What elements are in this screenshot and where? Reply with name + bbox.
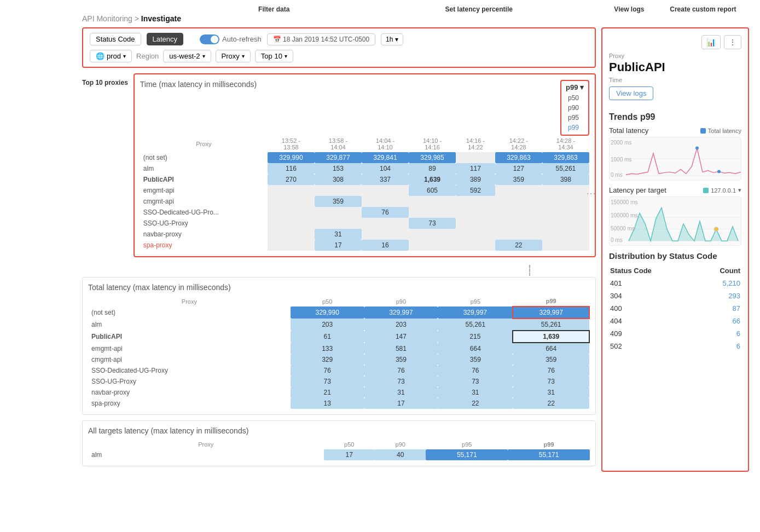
table-row: cmgmt-api 359 [140, 196, 589, 207]
col-1352: 13:52 -13:58 [268, 136, 315, 152]
table-row: SSO-UG-Proxy 73 [140, 218, 589, 229]
total-latency-legend: Total latency [708, 128, 741, 134]
proxy-col-header2: Proxy [88, 296, 291, 307]
top10-dropdown[interactable]: Top 10 [255, 50, 293, 62]
svg-point-8 [714, 227, 718, 232]
p95-option[interactable]: p95 [566, 113, 584, 123]
dist-row-304: 304 293 [610, 290, 740, 302]
total-latency-chart: 2000 ms 1000 ms 0 ms [609, 137, 741, 181]
chart2-label-mid1: 100000 ms [611, 212, 637, 218]
table-row: emgmt-api 605 592 [140, 185, 589, 196]
table-row: spa-proxy 13 17 22 22 [88, 398, 589, 409]
set-latency-annotation: Set latency percentile [445, 5, 513, 13]
auto-refresh-label: Auto-refresh [222, 35, 262, 43]
dist-count-header: Count [698, 265, 740, 276]
latency-per-target-label: Latency per target [609, 186, 666, 194]
table-row: alm 17 40 55,171 55,171 [88, 449, 590, 460]
date-picker[interactable]: 📅 18 Jan 2019 14:52 UTC-0500 [267, 33, 375, 45]
table-row: spa-proxy 17 16 22 [140, 240, 589, 251]
table-row: PublicAPI 270 308 337 1,639 389 359 398 [140, 174, 589, 185]
at-p99-header: p99 [508, 440, 590, 449]
latency-per-target-legend-dot [703, 188, 709, 193]
view-logs-button[interactable]: View logs [609, 86, 653, 100]
total-latency-legend-dot [700, 128, 706, 134]
scroll-right-icon: ⋯ [586, 187, 596, 199]
table-row: SSO-Dedicated-UG-Proxy 76 76 76 76 [88, 365, 589, 376]
right-panel: View metric details View in Recent View … [601, 27, 749, 472]
p95-header: p95 [438, 296, 513, 307]
proxy-col-header: Proxy [140, 136, 268, 152]
time-table-title: Time (max latency in milliseconds) [140, 80, 257, 89]
proxy-name: PublicAPI [609, 60, 741, 74]
col-1410: 14:10 -14:16 [409, 136, 456, 152]
prod-dropdown[interactable]: 🌐 prod [90, 50, 132, 62]
status-code-tab[interactable]: Status Code [90, 33, 141, 45]
table-row: PublicAPI 61 147 215 1,639 [88, 331, 589, 343]
p99-header: p99 [513, 296, 589, 307]
view-logs-annotation: View logs [614, 5, 644, 13]
total-latency-table: Proxy p50 p90 p95 p99 (not set) 329,990 … [88, 296, 590, 409]
dist-row-401: 401 5,210 [610, 277, 740, 289]
p99-option[interactable]: p99 [566, 123, 584, 132]
at-p90-header: p90 [375, 440, 426, 449]
table-row: alm 203 203 55,261 55,261 [88, 319, 589, 331]
p90-option[interactable]: p90 [566, 103, 584, 113]
table-row: SSO-UG-Proxy 73 73 73 73 [88, 376, 589, 387]
trends-title: Trends p99 [609, 112, 741, 122]
col-1428: 14:28 -14:34 [542, 136, 589, 152]
dist-row-502: 502 6 [610, 340, 740, 352]
proxy-label: Proxy [609, 53, 741, 59]
table-row: SSO-Dedicated-UG-Pro... 76 [140, 207, 589, 218]
percentile-dropdown[interactable]: p99 ▾ p50 p90 p95 p99 [560, 80, 589, 136]
breadcrumb: API Monitoring > Investigate [11, 14, 749, 23]
table-row: (not set) 329,990 329,877 329,841 329,98… [140, 152, 589, 163]
all-targets-title: All targets latency (max latency in mill… [88, 426, 590, 435]
region-label: Region [136, 52, 159, 60]
total-latency-title: Total latency (max latency in millisecon… [88, 283, 590, 292]
filter-data-annotation: Filter data [258, 5, 289, 13]
table-row: navbar-proxy 21 31 31 31 [88, 387, 589, 398]
proxy-col-header3: Proxy [88, 440, 324, 449]
latency-tab[interactable]: Latency [147, 33, 184, 45]
at-p95-header: p95 [426, 440, 508, 449]
time-table: Proxy 13:52 -13:58 13:58 -14:04 14:04 -1… [140, 136, 589, 251]
table-row: alm 116 153 104 89 117 127 55,261 [140, 163, 589, 174]
time-label: Time [609, 77, 741, 83]
dist-table: Status Code Count 401 5,210 304 293 [609, 264, 741, 353]
time-window-select[interactable]: 1h ▾ [381, 33, 403, 45]
all-targets-table: Proxy p50 p90 p95 p99 alm 17 40 55,171 [88, 440, 590, 460]
col-1416: 14:16 -14:22 [456, 136, 495, 152]
dist-code-header: Status Code [610, 265, 697, 276]
col-1404: 14:04 -14:10 [362, 136, 409, 152]
toolbar: Status Code Latency Auto-refresh 📅 18 Ja… [82, 27, 596, 68]
chart-icon-button[interactable]: 📊 [701, 35, 721, 49]
top10-proxies-label: Top 10 proxies [82, 79, 128, 86]
region-dropdown[interactable]: us-west-2 [163, 50, 211, 62]
table-row: cmgmt-api 329 359 359 359 [88, 354, 589, 365]
dist-row-400: 400 87 [610, 303, 740, 314]
total-latency-label: Total latency [609, 126, 648, 135]
all-targets-section: All targets latency (max latency in mill… [82, 420, 596, 466]
svg-marker-7 [629, 208, 738, 241]
chart2-label-bot: 0 ms [611, 237, 623, 243]
p50-option[interactable]: p50 [566, 93, 584, 103]
create-report-annotation: Create custom report [670, 5, 736, 13]
col-1422: 14:22 -14:28 [495, 136, 542, 152]
dist-title: Distribution by Status Code [609, 251, 741, 261]
chart1-label-top: 2000 ms [611, 140, 631, 146]
latency-per-target-legend: 127.0.0.1 [711, 187, 736, 194]
latency-per-target-chart: 150000 ms 100000 ms 50000 ms 0 ms [609, 196, 741, 246]
p50-header: p50 [291, 296, 364, 307]
table-row: (not set) 329,990 329,997 329,997 329,99… [88, 307, 589, 319]
svg-point-2 [695, 147, 699, 150]
more-options-button[interactable]: ⋮ [724, 35, 741, 49]
dist-row-409: 409 6 [610, 328, 740, 339]
total-latency-section: Total latency (max latency in millisecon… [82, 277, 596, 415]
p90-header: p90 [364, 296, 438, 307]
chart1-label-bot: 0 ms [611, 172, 623, 178]
chart1-label-mid: 1000 ms [611, 157, 631, 163]
latency-per-target-dropdown[interactable]: ▾ [738, 187, 741, 194]
chart2-label-mid2: 50000 ms [611, 225, 635, 232]
auto-refresh-toggle[interactable] [200, 34, 219, 44]
proxy-dropdown[interactable]: Proxy [216, 50, 251, 62]
